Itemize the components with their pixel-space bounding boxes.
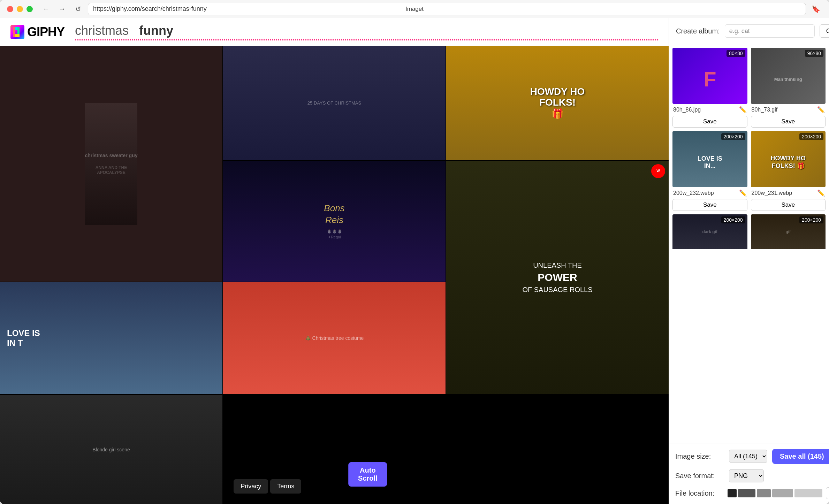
gif-cell-4[interactable]: BonsReis ⛄⛄⛄ ✦Regal (223, 161, 446, 282)
maximize-button[interactable] (26, 6, 33, 12)
auto-scroll-button[interactable]: Auto Scroll (348, 462, 387, 487)
image-size-select[interactable]: All (145) (729, 450, 767, 463)
tile-info-row-0: 80h_86.jpg ✏️ (672, 106, 747, 114)
minimize-button[interactable] (17, 6, 23, 12)
tile-info-row-3: 200w_231.webp ✏️ (751, 189, 826, 197)
tile-row-1: F 80×80 80h_86.jpg ✏️ Save (672, 48, 826, 128)
tile-size-badge-5: 200×200 (799, 216, 823, 223)
tile-size-badge-2: 200×200 (721, 133, 745, 140)
close-button[interactable] (7, 6, 13, 12)
tile-filename-1: 80h_73.gif (752, 107, 778, 113)
tile-size-badge-3: 200×200 (799, 133, 823, 140)
search-query[interactable]: christmas funny (75, 23, 658, 40)
search-bar-area: GIPHY christmas funny (0, 18, 669, 46)
tile-edit-icon-3[interactable]: ✏️ (817, 189, 825, 197)
gif-cell-6[interactable]: LOVE ISIN T (0, 282, 222, 395)
giphy-label: GIPHY (27, 25, 64, 39)
reload-button[interactable]: ↺ (72, 3, 84, 15)
right-panel-footer: Image size: All (145) Save all (145) ➔ S… (669, 443, 829, 504)
tile-image-1[interactable]: Man thinking 96×80 (751, 48, 826, 104)
tile-save-button-1[interactable]: Save (751, 116, 826, 128)
right-panel: Create album: Clear F 80×80 (669, 18, 829, 504)
gif-cell-7[interactable]: 🎄 Christmas tree costume (223, 282, 446, 395)
tile-filename-2: 200w_232.webp (673, 190, 714, 196)
terms-button[interactable]: Terms (270, 479, 301, 494)
save-format-label: Save format: (675, 472, 724, 480)
loc-block-3 (757, 489, 771, 497)
file-location-row: File location: Change 📁 (675, 487, 823, 499)
tile-size-badge-1: 96×80 (805, 50, 823, 57)
location-blocks (728, 489, 822, 497)
love-is-text: LOVE ISIN T (3, 325, 219, 351)
traffic-lights (7, 6, 33, 12)
content-area: GIPHY christmas funny (0, 18, 829, 504)
tile-card-2: LOVE ISIN... 200×200 200w_232.webp ✏️ Sa… (672, 131, 747, 211)
tile-image-2[interactable]: LOVE ISIN... 200×200 (672, 131, 747, 187)
tile-card-0: F 80×80 80h_86.jpg ✏️ Save (672, 48, 747, 128)
forward-button[interactable]: → (56, 3, 68, 15)
tile-save-button-0[interactable]: Save (672, 116, 747, 128)
bookmark-icon[interactable]: 🔖 (809, 3, 822, 15)
giphy-logo: GIPHY (10, 25, 64, 39)
privacy-terms-area: Privacy Terms (234, 479, 301, 494)
gif-area: christmas sweater guy ANNA AND THEAPOCAL… (0, 46, 669, 504)
gif-grid: christmas sweater guy ANNA AND THEAPOCAL… (0, 46, 669, 504)
svg-rect-0 (13, 27, 15, 37)
tile-save-button-2[interactable]: Save (672, 199, 747, 211)
search-query-part1: christmas (75, 23, 129, 38)
gif-cell-3[interactable]: HOWDY HOFOLKS! 🎁 (446, 46, 669, 160)
browser-panel: GIPHY christmas funny (0, 18, 669, 504)
tile-info-row-2: 200w_232.webp ✏️ (672, 189, 747, 197)
gif-cell-5[interactable]: UNLEASH THEPOWEROF SAUSAGE ROLLS W (446, 161, 669, 395)
gif-cell-1[interactable]: christmas sweater guy ANNA AND THEAPOCAL… (0, 46, 222, 282)
create-album-label: Create album: (676, 27, 720, 35)
svg-rect-1 (15, 27, 17, 30)
tile-image-3[interactable]: HOWDY HOFOLKS! 🎁 200×200 (751, 131, 826, 187)
loc-block-5 (794, 489, 822, 497)
search-input-wrapper: christmas funny (75, 23, 658, 40)
svg-rect-3 (15, 34, 20, 37)
gif-cell-8[interactable]: Blonde girl scene (0, 395, 222, 504)
tile-save-button-3[interactable]: Save (751, 199, 826, 211)
tile-row-2: LOVE ISIN... 200×200 200w_232.webp ✏️ Sa… (672, 131, 826, 211)
howdy-ho-text: HOWDY HOFOLKS! (530, 86, 585, 108)
tile-row-3: dark gif 200×200 gif 200×200 (672, 214, 826, 270)
tile-image-5[interactable]: gif 200×200 (751, 214, 826, 270)
sausage-text: UNLEASH THEPOWEROF SAUSAGE ROLLS (522, 260, 592, 295)
loc-block-1 (728, 489, 737, 497)
tile-edit-icon-1[interactable]: ✏️ (817, 106, 825, 114)
search-query-part2: funny (139, 23, 173, 38)
image-size-row: Image size: All (145) Save all (145) ➔ (675, 448, 823, 464)
tile-card-3: HOWDY HOFOLKS! 🎁 200×200 200w_231.webp ✏… (751, 131, 826, 211)
tile-info-row-1: 80h_73.gif ✏️ (751, 106, 826, 114)
back-button[interactable]: ← (40, 3, 52, 15)
tile-image-4[interactable]: dark gif 200×200 (672, 214, 747, 270)
image-size-label: Image size: (675, 452, 724, 460)
giphy-logo-icon (10, 25, 24, 39)
loc-block-2 (738, 489, 755, 497)
tile-size-badge-4: 200×200 (721, 216, 745, 223)
tile-card-1: Man thinking 96×80 80h_73.gif ✏️ Save (751, 48, 826, 128)
format-select[interactable]: PNG (729, 469, 764, 482)
tile-card-4: dark gif 200×200 (672, 214, 747, 270)
right-panel-header: Create album: Clear (669, 18, 829, 44)
app-window: ← → ↺ 🔖 Imaget (0, 0, 829, 504)
tile-card-5: gif 200×200 (751, 214, 826, 270)
url-bar[interactable] (88, 3, 806, 15)
tile-size-badge-0: 80×80 (727, 50, 745, 57)
change-button[interactable]: Change (826, 487, 829, 499)
tile-edit-icon-2[interactable]: ✏️ (739, 189, 747, 197)
titlebar: ← → ↺ 🔖 Imaget (0, 0, 829, 18)
tile-filename-3: 200w_231.webp (752, 190, 792, 196)
privacy-button[interactable]: Privacy (234, 479, 268, 494)
album-input[interactable] (725, 24, 815, 38)
tile-edit-icon-0[interactable]: ✏️ (739, 106, 747, 114)
clear-button[interactable]: Clear (820, 24, 829, 38)
image-tiles-area: F 80×80 80h_86.jpg ✏️ Save (669, 44, 829, 443)
loc-block-4 (772, 489, 793, 497)
save-all-button[interactable]: Save all (145) (772, 449, 829, 464)
tile-filename-0: 80h_86.jpg (673, 107, 701, 113)
bons-reis-text: BonsReis (324, 203, 344, 226)
gif-cell-2[interactable]: 25 DAYS OF CHRISTMAS (223, 46, 446, 160)
tile-image-0[interactable]: F 80×80 (672, 48, 747, 104)
